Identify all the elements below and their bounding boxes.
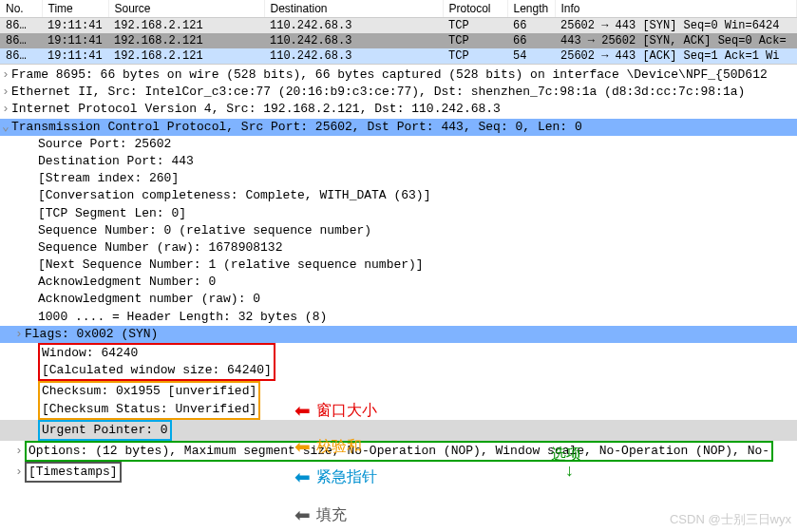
tcp-conversation[interactable]: [Conversation completeness: Complete, WI…: [0, 187, 797, 204]
arrow-left-icon: ⬅: [294, 466, 311, 488]
tcp-ack[interactable]: Acknowledgment Number: 0: [0, 274, 797, 291]
caret-right-icon: ›: [0, 101, 11, 118]
tree-ip[interactable]: ›Internet Protocol Version 4, Src: 192.1…: [0, 101, 797, 118]
tree-tcp-options[interactable]: › Options: (12 bytes), Maximum segment s…: [0, 441, 797, 462]
highlight-box-window: Window: 64240 [Calculated window size: 6…: [38, 343, 275, 381]
packet-details-pane[interactable]: ›Frame 8695: 66 bytes on wire (528 bits)…: [0, 64, 797, 483]
caret-right-icon: ›: [13, 326, 25, 343]
tcp-seglen[interactable]: [TCP Segment Len: 0]: [0, 205, 797, 222]
tcp-window-group[interactable]: Window: 64240 [Calculated window size: 6…: [0, 343, 797, 381]
annotation-window: ⬅窗口大小: [294, 399, 377, 422]
annotation-checksum: ⬅校验和: [294, 435, 362, 458]
tcp-calcwin: [Calculated window size: 64240]: [42, 362, 272, 379]
caret-right-icon: ›: [0, 84, 11, 101]
tcp-nextseq[interactable]: [Next Sequence Number: 1 (relative seque…: [0, 256, 797, 274]
tree-ethernet[interactable]: ›Ethernet II, Src: IntelCor_c3:ce:77 (20…: [0, 84, 797, 101]
tcp-dstport[interactable]: Destination Port: 443: [0, 153, 797, 170]
tcp-urgent-line[interactable]: Urgent Pointer: 0: [0, 420, 797, 441]
arrow-left-icon: ⬅: [294, 399, 311, 422]
caret-right-icon: ›: [0, 66, 11, 84]
packet-row[interactable]: 86… 19:11:41 192.168.2.121 110.242.68.3 …: [0, 33, 797, 48]
col-no[interactable]: No.: [0, 0, 42, 18]
col-time[interactable]: Time: [42, 0, 108, 18]
table-header-row: No. Time Source Destination Protocol Len…: [0, 0, 797, 18]
packet-list-table[interactable]: No. Time Source Destination Protocol Len…: [0, 0, 797, 64]
tcp-options: Options: (12 bytes), Maximum segment siz…: [28, 444, 769, 458]
arrow-left-icon: ⬅: [294, 435, 311, 458]
packet-row[interactable]: 86… 19:11:41 192.168.2.121 110.242.68.3 …: [0, 18, 797, 34]
annotation-fill: ⬅填充: [294, 504, 347, 526]
highlight-box-timestamps: [Timestamps]: [25, 462, 122, 483]
tcp-chkstatus: [Checksum Status: Unverified]: [42, 401, 256, 418]
tcp-checksum: Checksum: 0x1955 [unverified]: [42, 383, 256, 400]
tcp-seq-raw[interactable]: Sequence Number (raw): 1678908132: [0, 239, 797, 256]
tcp-urgent: Urgent Pointer: 0: [42, 423, 168, 437]
packet-row[interactable]: 86… 19:11:41 192.168.2.121 110.242.68.3 …: [0, 48, 797, 64]
tcp-timestamps: [Timestamps]: [28, 465, 118, 479]
tree-frame[interactable]: ›Frame 8695: 66 bytes on wire (528 bits)…: [0, 66, 797, 84]
col-source[interactable]: Source: [108, 0, 264, 18]
arrow-left-icon: ⬅: [294, 504, 311, 526]
col-length[interactable]: Length: [507, 0, 555, 18]
col-protocol[interactable]: Protocol: [443, 0, 507, 18]
watermark: CSDN @士别三日wyx: [670, 511, 791, 528]
arrow-down-icon: ↓: [564, 462, 575, 481]
highlight-box-urgent: Urgent Pointer: 0: [38, 420, 172, 441]
tree-tcp-timestamps[interactable]: › [Timestamps]: [0, 462, 797, 483]
tcp-hdrlen[interactable]: 1000 .... = Header Length: 32 bytes (8): [0, 309, 797, 326]
highlight-box-checksum: Checksum: 0x1955 [unverified] [Checksum …: [38, 381, 260, 419]
annotation-urgent: ⬅紧急指针: [294, 466, 377, 488]
tcp-window: Window: 64240: [42, 345, 272, 362]
tcp-checksum-group[interactable]: Checksum: 0x1955 [unverified] [Checksum …: [0, 381, 797, 419]
caret-right-icon: ›: [13, 443, 25, 460]
tree-tcp[interactable]: ⌄Transmission Control Protocol, Src Port…: [0, 119, 797, 136]
tcp-srcport[interactable]: Source Port: 25602: [0, 136, 797, 153]
tcp-seq-rel[interactable]: Sequence Number: 0 (relative sequence nu…: [0, 222, 797, 239]
tcp-stream[interactable]: [Stream index: 260]: [0, 170, 797, 187]
highlight-box-options: Options: (12 bytes), Maximum segment siz…: [25, 441, 773, 462]
tree-tcp-flags[interactable]: ›Flags: 0x002 (SYN): [0, 326, 797, 343]
col-info[interactable]: Info: [555, 0, 797, 18]
col-destination[interactable]: Destination: [264, 0, 443, 18]
caret-right-icon: ›: [13, 464, 25, 481]
caret-down-icon: ⌄: [0, 119, 11, 136]
tcp-ack-raw[interactable]: Acknowledgment number (raw): 0: [0, 291, 797, 308]
